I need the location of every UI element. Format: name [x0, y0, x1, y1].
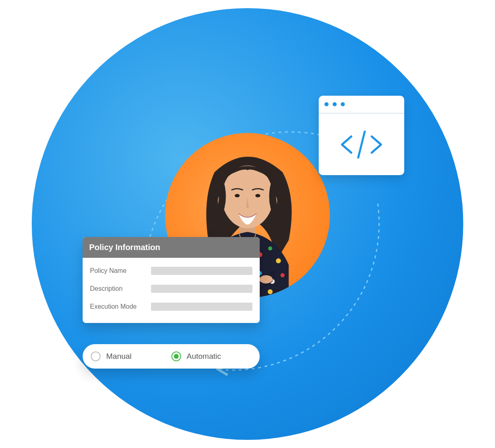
- svg-point-19: [280, 273, 285, 277]
- field-row-description: Description: [90, 280, 252, 298]
- window-dot-icon: [333, 102, 337, 106]
- field-label: Policy Name: [90, 267, 151, 275]
- svg-line-29: [358, 132, 365, 158]
- svg-point-27: [259, 275, 272, 283]
- svg-point-11: [268, 246, 272, 250]
- radio-selected-icon: [171, 351, 181, 361]
- window-dot-icon: [324, 102, 329, 106]
- hero-illustration: Policy Information Policy Name Descripti…: [32, 8, 463, 440]
- policy-card-body: Policy Name Description Execution Mode: [83, 258, 260, 323]
- code-window-chrome: [319, 96, 404, 114]
- policy-information-card: Policy Information Policy Name Descripti…: [83, 237, 260, 323]
- code-window-body: [319, 114, 404, 175]
- description-input[interactable]: [151, 285, 252, 293]
- svg-point-24: [268, 289, 273, 294]
- mode-selector: Manual Automatic: [83, 344, 260, 369]
- window-dot-icon: [341, 102, 345, 106]
- field-label: Description: [90, 285, 151, 292]
- execution-mode-input[interactable]: [151, 303, 252, 311]
- svg-point-4: [235, 194, 240, 197]
- code-window-card: [319, 96, 404, 175]
- field-label: Execution Mode: [90, 303, 151, 310]
- field-row-execution-mode: Execution Mode: [90, 298, 252, 316]
- svg-point-12: [276, 258, 281, 263]
- policy-card-header: Policy Information: [83, 237, 260, 258]
- radio-unselected-icon: [91, 351, 101, 361]
- code-icon: [337, 128, 386, 161]
- radio-option-automatic[interactable]: Automatic: [171, 351, 252, 361]
- radio-option-manual[interactable]: Manual: [91, 351, 171, 361]
- policy-name-input[interactable]: [151, 267, 252, 275]
- radio-label: Automatic: [187, 352, 221, 361]
- radio-label: Manual: [106, 352, 131, 361]
- field-row-policy-name: Policy Name: [90, 262, 252, 280]
- svg-point-5: [255, 194, 260, 197]
